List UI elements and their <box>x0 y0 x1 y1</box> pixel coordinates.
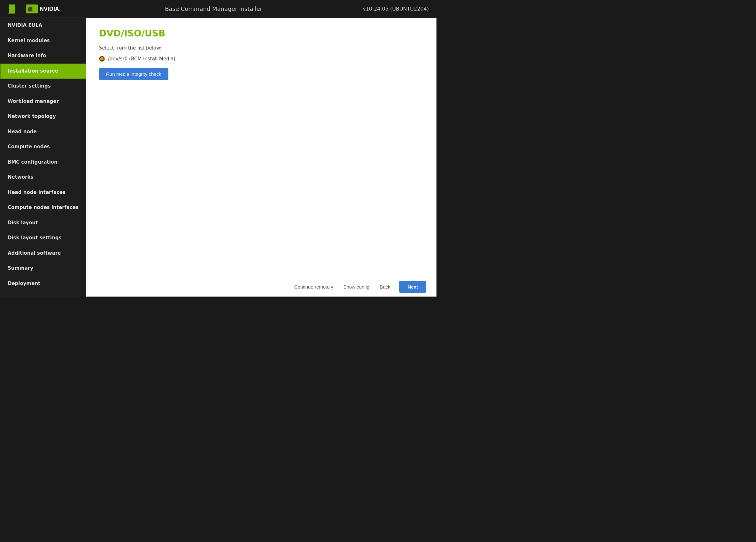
svg-rect-2 <box>9 5 14 13</box>
nvidia-brand-icon: ⬛ NVIDIA. <box>26 3 65 15</box>
radio-label-dvd: /dev/sr0 (BCM Install Media) <box>108 56 175 62</box>
continue-remotely-button[interactable]: Continue remotely <box>293 282 335 292</box>
sidebar-item-compute-nodes-interfaces[interactable]: Compute nodes interfaces <box>0 200 86 215</box>
show-config-button[interactable]: Show config <box>342 282 371 292</box>
sidebar-item-kernel-modules[interactable]: Kernel modules <box>0 33 86 49</box>
footer: Continue remotely Show config Back Next <box>86 277 436 297</box>
radio-option-dvd[interactable]: /dev/sr0 (BCM Install Media) <box>99 56 424 62</box>
svg-text:⬛: ⬛ <box>27 6 33 12</box>
sidebar-item-head-node-interfaces[interactable]: Head node interfaces <box>0 185 86 200</box>
header-version: v10.24.05 (UBUNTU2204) <box>363 6 429 12</box>
sidebar-item-additional-software[interactable]: Additional software <box>0 246 86 261</box>
sidebar-item-summary[interactable]: Summary <box>0 261 86 276</box>
nvidia-logo-icon: NVIDIA <box>8 3 23 15</box>
svg-text:NVIDIA: NVIDIA <box>8 12 15 14</box>
sidebar-item-head-node[interactable]: Head node <box>0 124 86 140</box>
header: NVIDIA ⬛ NVIDIA. Base Command Manager in… <box>0 0 436 18</box>
logo-area: NVIDIA ⬛ NVIDIA. <box>8 3 65 15</box>
run-media-check-button[interactable]: Run media integrity check <box>99 68 168 80</box>
radio-input-dvd[interactable] <box>99 56 105 62</box>
sidebar-item-disk-layout[interactable]: Disk layout <box>0 215 86 231</box>
sidebar-item-deployment[interactable]: Deployment <box>0 276 86 291</box>
back-button[interactable]: Back <box>378 282 391 292</box>
sidebar-item-cluster-settings[interactable]: Cluster settings <box>0 79 86 94</box>
header-title: Base Command Manager installer <box>165 5 262 12</box>
next-button[interactable]: Next <box>399 281 426 293</box>
content-area: DVD/ISO/USB Select from the list below: … <box>86 18 436 297</box>
sidebar: NVIDIA EULAKernel modulesHardware infoIn… <box>0 18 86 297</box>
sidebar-item-networks[interactable]: Networks <box>0 170 86 185</box>
select-subtitle: Select from the list below: <box>99 45 424 51</box>
content-inner: DVD/ISO/USB Select from the list below: … <box>86 18 436 277</box>
sidebar-item-disk-layout-settings[interactable]: Disk layout settings <box>0 230 86 246</box>
sidebar-item-network-topology[interactable]: Network topology <box>0 109 86 124</box>
sidebar-item-nvidia-eula[interactable]: NVIDIA EULA <box>0 18 86 33</box>
sidebar-item-hardware-info[interactable]: Hardware info <box>0 48 86 64</box>
page-title: DVD/ISO/USB <box>99 28 424 39</box>
sidebar-item-bmc-configuration[interactable]: BMC configuration <box>0 155 86 170</box>
sidebar-item-workload-manager[interactable]: Workload manager <box>0 94 86 109</box>
sidebar-item-compute-nodes[interactable]: Compute nodes <box>0 139 86 155</box>
sidebar-item-installation-source[interactable]: Installation source <box>0 64 86 79</box>
main-layout: NVIDIA EULAKernel modulesHardware infoIn… <box>0 18 436 297</box>
svg-text:NVIDIA.: NVIDIA. <box>40 6 61 12</box>
